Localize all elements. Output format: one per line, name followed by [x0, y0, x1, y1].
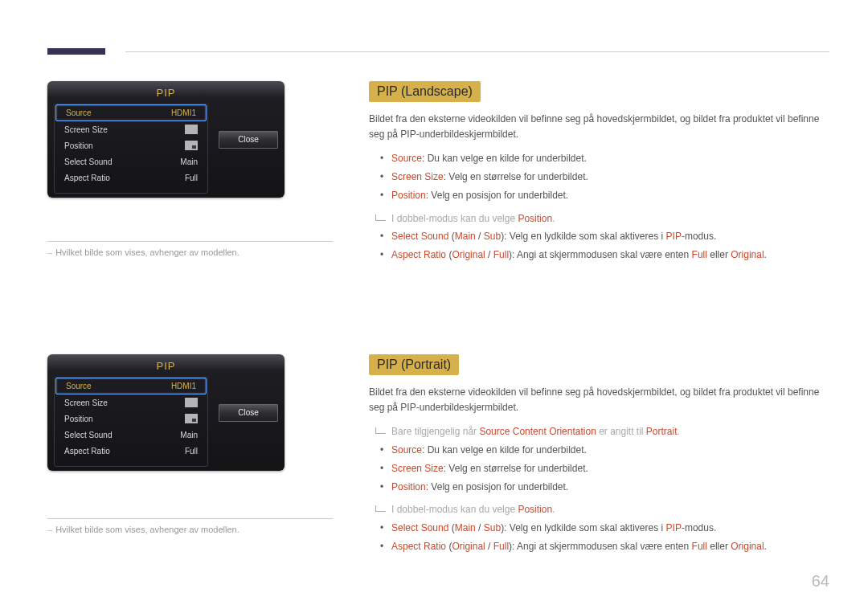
- pip-size-icon: [185, 398, 198, 407]
- bullet-text: : Velg en posisjon for underbildet.: [426, 190, 568, 201]
- page: 64 PIP Source HDMI1 Screen Size Position…: [0, 0, 868, 613]
- hl-position: Position: [391, 481, 426, 492]
- t: .: [764, 541, 767, 552]
- osd-row-screensize[interactable]: Screen Size: [55, 121, 207, 137]
- t: ): Angi at skjermmodusen skal være enten: [509, 541, 691, 552]
- hl-source: Source: [391, 153, 422, 164]
- accent-bar: [47, 48, 105, 55]
- bullet-selectsound: Select Sound (Main / Sub): Velg en lydki…: [369, 227, 829, 246]
- bullet-text: : Du kan velge en kilde for underbildet.: [422, 444, 587, 456]
- hl: Full: [692, 249, 707, 260]
- osd-title: PIP: [47, 354, 285, 377]
- bullet-text: : Velg en størrelse for underbildet.: [444, 171, 588, 182]
- osd-list: Source HDMI1 Screen Size Position Select…: [54, 104, 208, 194]
- hl: Original: [731, 541, 764, 552]
- bullet-text: : Velg en størrelse for underbildet.: [444, 463, 588, 474]
- note-text: I dobbel-modus kan du velge: [391, 504, 518, 515]
- osd-pip-landscape: PIP Source HDMI1 Screen Size Position Se…: [47, 81, 285, 198]
- t: -modus.: [682, 522, 716, 533]
- osd-row-source[interactable]: Source HDMI1: [55, 104, 207, 121]
- osd-value: Main: [180, 431, 198, 439]
- note-orientation: Bare tilgjengelig når Source Content Ori…: [369, 423, 829, 441]
- hl-source: Source: [391, 444, 422, 456]
- dash-icon: –: [47, 525, 52, 534]
- pip-size-icon: [185, 125, 198, 134]
- osd-row-screensize[interactable]: Screen Size: [55, 394, 207, 411]
- osd-label: Screen Size: [64, 398, 108, 407]
- section-landscape: PIP (Landscape) Bildet fra den eksterne …: [369, 81, 829, 269]
- close-button[interactable]: Close: [219, 131, 278, 149]
- hl: Select Sound: [391, 522, 448, 533]
- osd-label: Aspect Ratio: [64, 174, 110, 182]
- bullet-aspectratio: Aspect Ratio (Original / Full): Angi at …: [369, 246, 829, 264]
- osd-pip-portrait: PIP Source HDMI1 Screen Size Position Se…: [47, 354, 285, 471]
- osd-label: Source: [66, 382, 92, 390]
- osd-row-position[interactable]: Position: [55, 411, 207, 427]
- osd-row-selectsound[interactable]: Select Sound Main: [55, 153, 207, 170]
- hl: Full: [692, 541, 707, 552]
- bullet-text: : Velg en posisjon for underbildet.: [426, 481, 568, 492]
- osd-label: Select Sound: [64, 157, 113, 166]
- close-button[interactable]: Close: [219, 404, 278, 422]
- hl: Original: [452, 249, 485, 260]
- hl-position: Position: [518, 213, 552, 224]
- heading-landscape: PIP (Landscape): [369, 81, 481, 102]
- note-text: er angitt til: [596, 426, 646, 437]
- t: .: [764, 249, 767, 260]
- bullet-screensize: Screen Size: Velg en størrelse for under…: [369, 460, 829, 478]
- t: -modus.: [682, 231, 716, 242]
- bullet-aspectratio: Aspect Ratio (Original / Full): Angi at …: [369, 537, 829, 556]
- hl-screensize: Screen Size: [391, 171, 444, 182]
- bullet-selectsound: Select Sound (Main / Sub): Velg en lydki…: [369, 519, 829, 537]
- caption: –Hvilket bilde som vises, avhenger av mo…: [47, 525, 337, 534]
- osd-row-aspectratio[interactable]: Aspect Ratio Full: [55, 443, 207, 459]
- osd-value: Full: [185, 174, 198, 182]
- osd-value: Full: [185, 447, 198, 456]
- hl: PIP: [666, 231, 682, 242]
- t: (: [448, 231, 454, 242]
- bullet-source: Source: Du kan velge en kilde for underb…: [369, 149, 829, 168]
- bullet-position: Position: Velg en posisjon for underbild…: [369, 478, 829, 497]
- intro-text: Bildet fra den eksterne videokilden vil …: [369, 112, 829, 141]
- hl: Aspect Ratio: [391, 249, 446, 260]
- osd-row-selectsound[interactable]: Select Sound Main: [55, 427, 207, 443]
- bullet-list: Source: Du kan velge en kilde for underb…: [369, 149, 829, 204]
- hl: PIP: [666, 522, 682, 533]
- section-portrait: PIP (Portrait) Bildet fra den eksterne v…: [369, 354, 829, 561]
- osd-row-source[interactable]: Source HDMI1: [55, 378, 207, 394]
- note-text: Bare tilgjengelig når: [391, 426, 479, 437]
- osd-label: Source: [66, 108, 92, 117]
- hl: Main: [455, 231, 476, 242]
- bullet-list: Source: Du kan velge en kilde for underb…: [369, 441, 829, 496]
- page-number: 64: [812, 572, 829, 591]
- osd-label: Screen Size: [64, 125, 108, 134]
- caption: –Hvilket bilde som vises, avhenger av mo…: [47, 247, 337, 257]
- osd-row-position[interactable]: Position: [55, 137, 207, 153]
- pip-position-icon: [185, 414, 198, 423]
- t: /: [485, 249, 493, 260]
- t: (: [448, 522, 454, 533]
- bullet-list: Select Sound (Main / Sub): Velg en lydki…: [369, 519, 829, 556]
- osd-label: Position: [64, 141, 93, 150]
- hl: Select Sound: [391, 231, 448, 242]
- osd-row-aspectratio[interactable]: Aspect Ratio Full: [55, 170, 207, 186]
- caption-text: Hvilket bilde som vises, avhenger av mod…: [55, 247, 240, 257]
- bullet-list: Select Sound (Main / Sub): Velg en lydki…: [369, 227, 829, 264]
- hl-position: Position: [391, 190, 426, 201]
- osd-title: PIP: [47, 81, 285, 104]
- t: ): Angi at skjermmodusen skal være enten: [509, 249, 691, 260]
- bullet-screensize: Screen Size: Velg en størrelse for under…: [369, 168, 829, 186]
- hl: Main: [455, 522, 476, 533]
- osd-label: Aspect Ratio: [64, 447, 110, 456]
- t: eller: [707, 541, 731, 552]
- bullet-position: Position: Velg en posisjon for underbild…: [369, 186, 829, 205]
- hl: Full: [493, 541, 509, 552]
- hl-position: Position: [518, 504, 552, 515]
- osd-list: Source HDMI1 Screen Size Position Select…: [54, 377, 208, 467]
- note-text: .: [678, 426, 680, 437]
- hl: Portrait: [646, 426, 678, 437]
- t: /: [476, 231, 484, 242]
- t: ): Velg en lydkilde som skal aktiveres i: [501, 522, 665, 533]
- osd-value: Main: [180, 157, 198, 166]
- t: /: [485, 541, 493, 552]
